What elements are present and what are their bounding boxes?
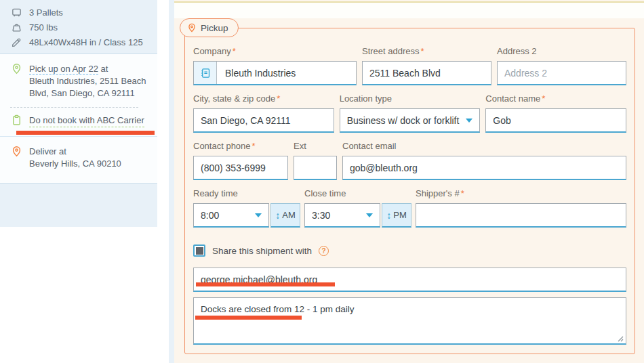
resize-handle-icon[interactable] xyxy=(617,335,624,342)
pickup-summary-text: Pick up on Apr 22 at Bleuth Industries, … xyxy=(29,63,150,100)
field-contact-email: Contact email xyxy=(342,141,626,180)
required-marker: * xyxy=(421,46,424,56)
summary-pallets: 3 Pallets xyxy=(11,5,157,20)
field-street-address: Street address* xyxy=(362,46,491,85)
share-email-input[interactable] xyxy=(193,268,626,292)
field-ready-time: Ready time 8:00 AM xyxy=(193,188,300,228)
share-shipment-checkbox[interactable] xyxy=(193,244,205,257)
address2-input[interactable] xyxy=(497,61,626,85)
close-time-meridiem: PM xyxy=(393,210,407,220)
clipboard-icon xyxy=(11,114,22,127)
field-shipper-number: Shipper's #* xyxy=(416,188,626,228)
city-label: City, state & zip code* xyxy=(193,93,334,104)
ext-input[interactable] xyxy=(294,156,337,180)
pickup-address: Bleuth Industries, 2511 Beach Blvd, San … xyxy=(29,75,150,100)
summary-pallets-label: 3 Pallets xyxy=(29,7,63,18)
city-input[interactable] xyxy=(193,108,334,133)
carrier-note-item: Do not book with ABC Carrier xyxy=(0,108,157,127)
chevron-down-icon xyxy=(366,213,373,217)
pallet-icon xyxy=(11,7,22,18)
required-marker: * xyxy=(233,46,236,56)
summary-dimensions-label: 48Lx40Wx48H in / Class 125 xyxy=(29,37,143,47)
weight-icon xyxy=(11,22,22,33)
ready-time-select[interactable]: 8:00 xyxy=(193,203,269,228)
help-icon[interactable] xyxy=(319,246,329,256)
required-marker: * xyxy=(277,93,280,104)
shipper-number-input[interactable] xyxy=(416,203,626,228)
pickup-notes-textarea[interactable]: Docks are closed from 12 - 1 pm daily xyxy=(193,297,626,345)
pickup-date-link[interactable]: Pick up on Apr 22 xyxy=(29,64,98,74)
sidebar-filler xyxy=(0,184,157,227)
shipment-summary-section: 3 Pallets 750 lbs 48Lx40Wx48H in / Class… xyxy=(0,0,157,54)
annotation-underline xyxy=(195,316,302,320)
chevron-down-icon xyxy=(466,119,472,123)
deliver-pin-icon xyxy=(11,146,22,170)
carrier-note-link[interactable]: Do not book with ABC Carrier xyxy=(29,114,144,127)
required-marker: * xyxy=(542,93,545,104)
deliver-summary-text: Deliver at Beverly Hills, CA 90210 xyxy=(29,146,150,170)
contact-name-label: Contact name* xyxy=(485,93,626,104)
deliver-address: Beverly Hills, CA 90210 xyxy=(29,158,150,170)
deliver-summary-item: Deliver at Beverly Hills, CA 90210 xyxy=(0,137,157,170)
shipment-route-section: Pick up on Apr 22 at Bleuth Industries, … xyxy=(0,54,157,184)
field-ext: Ext xyxy=(294,141,337,180)
updown-arrows-icon xyxy=(386,210,391,221)
ready-time-meridiem: AM xyxy=(282,210,296,220)
ext-label: Ext xyxy=(294,141,337,151)
address2-label: Address 2 xyxy=(497,46,626,56)
summary-dimensions: 48Lx40Wx48H in / Class 125 xyxy=(11,35,157,49)
chevron-down-icon xyxy=(255,213,262,217)
close-time-meridiem-toggle[interactable]: PM xyxy=(382,203,411,228)
field-location-type: Location type Business w/ dock or forkli… xyxy=(340,93,481,133)
shipper-number-label: Shipper's #* xyxy=(416,188,626,198)
share-shipment-label: Share this shipment with xyxy=(212,246,312,256)
header-band xyxy=(174,3,644,18)
deliver-title: Deliver at xyxy=(29,146,150,158)
ready-time-value: 8:00 xyxy=(201,210,219,221)
dimensions-icon xyxy=(11,37,22,48)
contact-email-input[interactable] xyxy=(342,156,626,180)
location-type-select[interactable]: Business w/ dock or forklift xyxy=(340,108,481,133)
close-time-select[interactable]: 3:30 xyxy=(304,203,380,228)
pickup-pin-icon xyxy=(11,63,22,100)
summary-weight-label: 750 lbs xyxy=(29,22,58,33)
company-input[interactable] xyxy=(217,62,356,84)
field-close-time: Close time 3:30 PM xyxy=(304,188,411,228)
pickup-badge-pin-icon xyxy=(187,23,197,33)
content-edge-strip xyxy=(169,0,174,363)
pickup-section-badge: Pickup xyxy=(180,18,239,37)
pickup-badge-label: Pickup xyxy=(201,23,228,33)
annotation-underline xyxy=(16,131,155,135)
shipment-summary-sidebar: 3 Pallets 750 lbs 48Lx40Wx48H in / Class… xyxy=(0,0,157,363)
summary-weight: 750 lbs xyxy=(11,20,157,35)
field-address2: Address 2 xyxy=(497,46,626,85)
street-address-label: Street address* xyxy=(362,46,491,56)
pickup-date-suffix: at xyxy=(98,64,108,74)
pickup-form-panel: Pickup Company* Street address* xyxy=(174,0,644,363)
contact-name-input[interactable] xyxy=(485,108,626,133)
address-book-icon[interactable] xyxy=(194,62,217,84)
required-marker: * xyxy=(252,141,256,151)
checkbox-fill xyxy=(196,247,203,255)
close-time-label: Close time xyxy=(304,188,411,198)
field-company: Company* xyxy=(193,46,357,85)
required-marker: * xyxy=(461,188,464,198)
updown-arrows-icon xyxy=(275,210,280,221)
pickup-summary-item: Pick up on Apr 22 at Bleuth Industries, … xyxy=(0,54,157,100)
field-city-state-zip: City, state & zip code* xyxy=(193,93,334,133)
close-time-value: 3:30 xyxy=(312,210,330,221)
contact-phone-input[interactable] xyxy=(193,156,288,180)
annotation-underline xyxy=(196,282,335,286)
location-type-value: Business w/ dock or forklift xyxy=(347,115,460,126)
company-label: Company* xyxy=(193,46,357,56)
street-address-input[interactable] xyxy=(362,61,491,85)
pickup-form: Company* Street address* Address 2 xyxy=(184,28,635,354)
field-contact-phone: Contact phone* xyxy=(193,141,288,180)
ready-time-meridiem-toggle[interactable]: AM xyxy=(270,203,300,228)
location-type-label: Location type xyxy=(340,93,481,104)
field-contact-name: Contact name* xyxy=(485,93,626,133)
contact-email-label: Contact email xyxy=(342,141,626,151)
ready-time-label: Ready time xyxy=(193,188,300,198)
contact-phone-label: Contact phone* xyxy=(193,141,288,151)
